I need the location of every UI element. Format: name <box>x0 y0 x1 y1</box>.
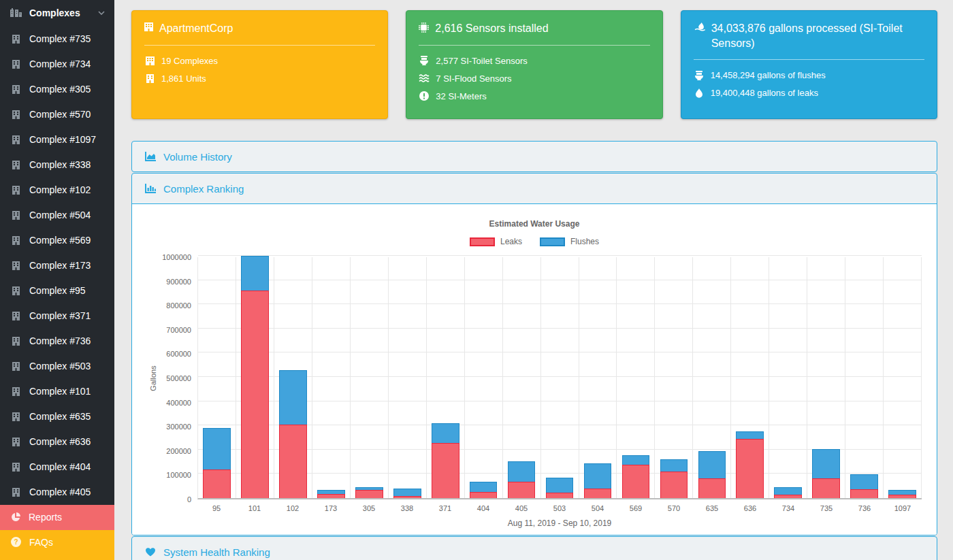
sidebar-item-569[interactable]: Complex #569 <box>0 228 114 253</box>
sidebar-item-label: Complex #635 <box>29 411 91 422</box>
x-tick-label: 404 <box>464 504 502 512</box>
x-tick-label: 734 <box>769 504 807 512</box>
bar-371[interactable] <box>432 423 459 498</box>
bar-slot <box>845 257 884 498</box>
sidebar-item-95[interactable]: Complex #95 <box>0 278 114 303</box>
bar-1097[interactable] <box>888 490 916 498</box>
bar-504[interactable] <box>584 463 612 498</box>
legend-item-flushes[interactable]: Flushes <box>540 237 599 246</box>
chart-legend: Leaks Flushes <box>147 237 922 246</box>
sidebar-item-305[interactable]: Complex #305 <box>0 77 114 102</box>
y-axis-label: Gallons <box>149 365 157 391</box>
bar-102[interactable] <box>279 370 307 498</box>
leaks-segment <box>470 492 498 498</box>
building-icon <box>12 438 20 446</box>
bar-404[interactable] <box>470 482 498 498</box>
sidebar-item-570[interactable]: Complex #570 <box>0 102 114 127</box>
sidebar-item-734[interactable]: Complex #734 <box>0 52 114 77</box>
bar-405[interactable] <box>508 461 536 498</box>
flushes-segment <box>546 478 574 493</box>
card-divider <box>144 45 375 46</box>
bar-570[interactable] <box>660 459 688 498</box>
system-health-header[interactable]: System Health Ranking <box>132 537 937 560</box>
sidebar-item-338[interactable]: Complex #338 <box>0 152 114 178</box>
card-stat: 2,577 SI-Toilet Sensors <box>419 56 649 66</box>
x-tick-label: 102 <box>274 504 312 512</box>
complex-ranking-body: Estimated Water Usage Leaks Flushes Gall… <box>132 203 937 535</box>
sensors-card-title: 2,616 Sensors installed <box>419 21 649 36</box>
bar-635[interactable] <box>698 451 726 498</box>
card-stat: 32 SI-Meters <box>419 91 649 101</box>
building-icon <box>12 135 20 144</box>
x-axis-labels: 9510110217330533837140440550350456957063… <box>197 499 922 512</box>
leaks-segment <box>508 482 536 498</box>
bar-569[interactable] <box>622 455 650 498</box>
bar-slot <box>503 257 541 498</box>
leaks-segment <box>241 291 269 498</box>
gridline <box>198 255 922 256</box>
sidebar-item-405[interactable]: Complex #405 <box>0 480 114 505</box>
sidebar-item-label: Complex #305 <box>29 84 91 95</box>
building-icon <box>12 211 20 220</box>
bar-735[interactable] <box>812 449 840 498</box>
x-tick-label: 570 <box>655 504 693 512</box>
leaks-segment <box>812 478 840 498</box>
card-stat: 19,400,448 gallons of leaks <box>694 88 924 98</box>
leaks-segment <box>203 470 231 498</box>
bar-503[interactable] <box>546 478 574 498</box>
gallons-card-title: 34,033,876 gallons processed (SI-Toilet … <box>694 21 924 50</box>
bar-636[interactable] <box>736 431 764 498</box>
bar-173[interactable] <box>317 490 345 498</box>
card-stat: 14,458,294 gallons of flushes <box>694 70 924 80</box>
bar-734[interactable] <box>774 487 802 498</box>
flushes-segment <box>584 463 612 489</box>
sidebar-item-reports[interactable]: Reports <box>0 505 114 531</box>
building-icon <box>12 286 20 295</box>
sidebar-item-736[interactable]: Complex #736 <box>0 329 114 354</box>
flushes-segment <box>393 489 421 496</box>
building-icon <box>12 463 20 472</box>
volume-history-header[interactable]: Volume History <box>132 142 937 171</box>
sidebar-item-173[interactable]: Complex #173 <box>0 253 114 278</box>
flushes-segment <box>279 370 307 425</box>
sidebar-item-504[interactable]: Complex #504 <box>0 203 114 228</box>
sidebar-item-404[interactable]: Complex #404 <box>0 455 114 480</box>
sidebar-item-503[interactable]: Complex #503 <box>0 354 114 379</box>
sidebar-item-101[interactable]: Complex #101 <box>0 379 114 404</box>
sidebar-item-1097[interactable]: Complex #1097 <box>0 127 114 152</box>
sidebar-item-label: Complex #735 <box>29 33 91 44</box>
sidebar-item-102[interactable]: Complex #102 <box>0 178 114 203</box>
x-tick-label: 569 <box>617 504 655 512</box>
flushes-segment <box>850 474 878 489</box>
bar-338[interactable] <box>393 489 421 498</box>
sidebar-item-635[interactable]: Complex #635 <box>0 404 114 429</box>
legend-item-leaks[interactable]: Leaks <box>470 237 522 246</box>
y-tick-label: 800000 <box>166 301 191 310</box>
sidebar-item-faqs[interactable]: ? FAQs <box>0 530 114 560</box>
leaks-segment <box>888 495 916 498</box>
main-content: ApartmentCorp 19 Complexes 1,861 Units 2… <box>114 0 953 560</box>
bar-101[interactable] <box>241 256 269 498</box>
bar-305[interactable] <box>355 487 383 498</box>
sidebar-item-371[interactable]: Complex #371 <box>0 303 114 329</box>
bar-95[interactable] <box>203 428 231 498</box>
y-tick-label: 100000 <box>166 471 191 479</box>
x-tick-label: 635 <box>693 504 731 512</box>
x-tick-label: 735 <box>807 504 845 512</box>
sidebar-item-label: Complex #504 <box>29 210 91 220</box>
sidebar-header-label: Complexes <box>29 7 80 18</box>
bar-736[interactable] <box>850 474 878 498</box>
complex-ranking-header[interactable]: Complex Ranking <box>132 174 937 203</box>
flushes-segment <box>660 459 688 472</box>
leaks-segment <box>279 425 307 498</box>
flushes-segment <box>241 256 269 291</box>
sidebar-header-complexes[interactable]: Complexes <box>0 0 114 26</box>
sidebar-item-label: Complex #503 <box>29 361 91 372</box>
sidebar-item-735[interactable]: Complex #735 <box>0 27 114 52</box>
y-tick-label: 600000 <box>166 350 191 358</box>
sensors-card: 2,616 Sensors installed 2,577 SI-Toilet … <box>406 10 662 119</box>
sidebar-item-636[interactable]: Complex #636 <box>0 429 114 455</box>
system-health-panel: System Health Ranking <box>131 536 937 560</box>
bar-slot <box>884 257 922 498</box>
summary-cards: ApartmentCorp 19 Complexes 1,861 Units 2… <box>131 10 937 119</box>
